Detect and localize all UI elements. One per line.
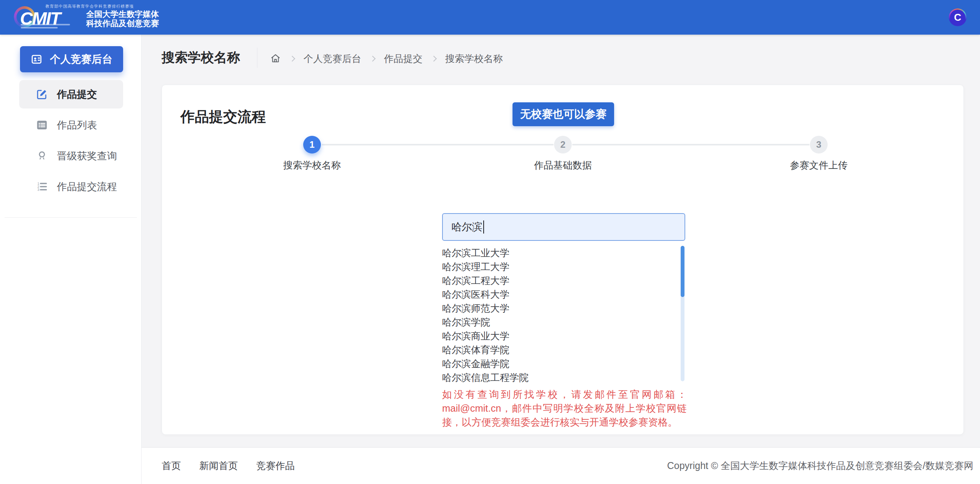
id-card-icon [31,53,42,65]
breadcrumb: 个人竞赛后台 作品提交 搜索学校名称 [270,51,503,66]
logo-title-line1: 全国大学生数字媒体 [86,10,159,19]
ordered-list-icon: 1 2 3 [36,181,48,192]
sidebar-item-award-query[interactable]: 晋级获奖查询 [19,142,123,170]
sidebar-divider [5,217,137,218]
school-result-item[interactable]: 哈尔滨理工大学 [442,260,682,274]
footer-link-home[interactable]: 首页 [162,459,181,472]
school-result-item[interactable]: 哈尔滨医科大学 [442,287,682,301]
result-list-scrollbar [681,246,684,381]
breadcrumb-separator-icon [289,55,296,62]
sidebar-item-work-list[interactable]: 作品列表 [19,111,123,139]
step-circle-1: 1 [303,136,321,154]
step-label-1: 搜索学校名称 [254,159,370,172]
sidebar-item-label: 作品提交 [57,88,97,101]
sidebar-item-work-submit[interactable]: 作品提交 [19,80,123,108]
svg-text:3: 3 [37,188,39,192]
sidebar-item-personal-backstage[interactable]: 个人竞赛后台 [20,46,123,72]
school-search-value: 哈尔滨 [451,220,482,234]
school-result-item[interactable]: 哈尔滨工程大学 [442,274,682,287]
text-caret [483,220,484,234]
title-divider [257,48,257,68]
scrollbar-thumb[interactable] [681,246,684,297]
footer-links: 首页 新闻首页 竞赛作品 [162,447,295,484]
school-result-item[interactable]: 哈尔滨体育学院 [442,343,682,357]
breadcrumb-item[interactable]: 个人竞赛后台 [304,52,361,65]
school-result-item[interactable]: 哈尔滨金融学院 [442,357,682,371]
edit-pencil-icon [36,88,48,100]
logo-subtext-decoration [21,27,58,28]
step-label-3: 参赛文件上传 [761,159,876,172]
sidebar-item-label: 作品提交流程 [57,180,117,194]
logo-title: 全国大学生数字媒体 科技作品及创意竞赛 [86,10,159,28]
footer: 首页 新闻首页 竞赛作品 Copyright © 全国大学生数字媒体科技作品及创… [0,447,980,484]
breadcrumb-item-current: 搜索学校名称 [445,52,503,65]
breadcrumb-separator-icon [370,55,376,62]
step-circle-3: 3 [810,136,828,154]
step-indicator: 1 2 3 搜索学校名称 作品基础数据 参赛文件上传 [162,85,964,185]
school-result-item[interactable]: 哈尔滨师范大学 [442,301,682,315]
school-not-found-notice: 如没有查询到所找学校，请发邮件至官网邮箱：mail@cmit.cn，邮件中写明学… [442,387,687,429]
school-result-item[interactable]: 哈尔滨学院 [442,315,682,329]
user-avatar[interactable]: C [949,8,967,26]
sidebar: 个人竞赛后台 作品提交 作品列表 [0,35,142,484]
logo-subtext-decoration [21,24,70,25]
footer-link-news[interactable]: 新闻首页 [199,459,238,472]
home-icon[interactable] [270,53,281,64]
list-table-icon [36,119,48,131]
school-search-input[interactable]: 哈尔滨 [442,213,685,241]
logo-brand-text: CMIT [20,8,83,29]
top-header-bar: 教育部中国高等教育学会学科竞赛排行榜赛项 CMIT 全国大学生数字媒体 科技作品… [0,0,980,35]
logo-title-line2: 科技作品及创意竞赛 [86,19,159,28]
school-result-item[interactable]: 哈尔滨工业大学 [442,246,682,260]
footer-link-works[interactable]: 竞赛作品 [256,459,295,472]
sidebar-item-label: 晋级获奖查询 [57,149,117,163]
submission-process-card: 作品提交流程 无校赛也可以参赛 1 2 3 搜索学校名称 作品基础数据 参赛文件… [162,85,964,435]
step-circle-2: 2 [554,136,572,154]
sidebar-item-submit-process[interactable]: 1 2 3 作品提交流程 [19,172,123,201]
copyright-text: Copyright © 全国大学生数字媒体科技作品及创意竞赛组委会/数媒竞赛网 [667,447,973,484]
brand-logo[interactable]: 教育部中国高等教育学会学科竞赛排行榜赛项 CMIT 全国大学生数字媒体 科技作品… [12,0,135,35]
school-result-item[interactable]: 哈尔滨商业大学 [442,329,682,343]
school-result-item[interactable]: 哈尔滨信息工程学院 [442,371,682,384]
step-connector [322,144,554,145]
app-root: 教育部中国高等教育学会学科竞赛排行榜赛项 CMIT 全国大学生数字媒体 科技作品… [0,0,980,484]
sidebar-item-label: 作品列表 [57,118,97,132]
avatar-letter: C [950,10,965,25]
page-title: 搜索学校名称 [162,49,240,67]
breadcrumb-item[interactable]: 作品提交 [384,52,422,65]
school-result-list: 哈尔滨工业大学 哈尔滨理工大学 哈尔滨工程大学 哈尔滨医科大学 哈尔滨师范大学 … [442,246,682,384]
step-label-2: 作品基础数据 [505,159,621,172]
sidebar-item-label: 个人竞赛后台 [50,52,112,66]
breadcrumb-separator-icon [431,55,437,62]
medal-icon [36,150,48,162]
step-connector [572,144,810,145]
